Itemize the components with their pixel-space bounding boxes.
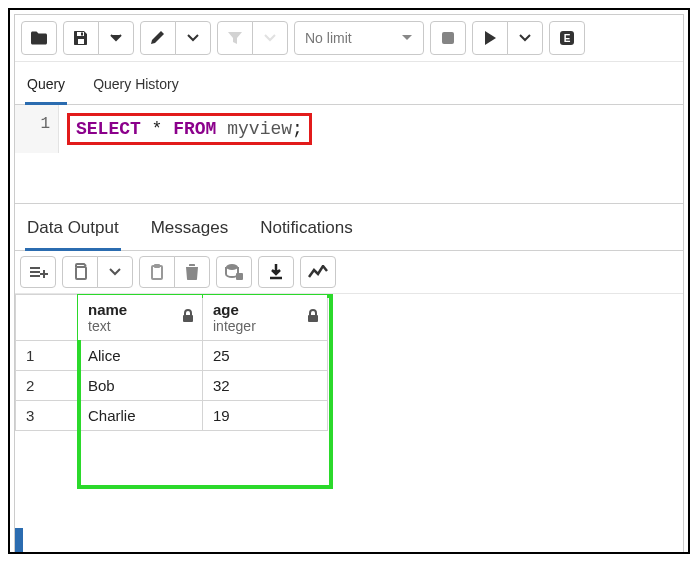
paste-button[interactable]	[139, 256, 175, 288]
svg-rect-6	[154, 264, 160, 268]
tab-messages[interactable]: Messages	[149, 210, 230, 250]
sql-editor[interactable]: 1 SELECT * FROM myview;	[15, 105, 683, 153]
explain-button[interactable]: E	[549, 21, 585, 55]
svg-rect-10	[308, 315, 318, 322]
line-number: 1	[40, 115, 50, 133]
cell-name[interactable]: Charlie	[78, 401, 203, 431]
database-save-icon	[225, 263, 243, 281]
cell-name[interactable]: Alice	[78, 341, 203, 371]
caret-down-icon	[401, 33, 413, 43]
cell-age[interactable]: 32	[203, 371, 328, 401]
column-header-age[interactable]: age integer	[203, 295, 328, 341]
filter-button[interactable]	[217, 21, 253, 55]
table-row[interactable]: 2 Bob 32	[16, 371, 328, 401]
query-highlight-box: SELECT * FROM myview;	[67, 113, 312, 145]
row-number[interactable]: 1	[16, 341, 78, 371]
editor-gutter: 1	[15, 105, 59, 153]
results-grid[interactable]: name text age integer	[15, 294, 328, 431]
svg-rect-0	[81, 33, 83, 36]
table-row[interactable]: 1 Alice 25	[16, 341, 328, 371]
execute-dropdown-button[interactable]	[507, 21, 543, 55]
filter-icon	[227, 30, 243, 46]
tab-notifications[interactable]: Notifications	[258, 210, 355, 250]
main-toolbar: No limit E	[15, 15, 683, 62]
pencil-icon	[149, 29, 167, 47]
accent-bar	[15, 528, 23, 552]
cell-name[interactable]: Bob	[78, 371, 203, 401]
explain-icon: E	[558, 29, 576, 47]
copy-icon	[72, 263, 88, 281]
play-icon	[483, 30, 497, 46]
edit-button[interactable]	[140, 21, 176, 55]
column-header-name[interactable]: name text	[78, 295, 203, 341]
download-button[interactable]	[258, 256, 294, 288]
row-number[interactable]: 2	[16, 371, 78, 401]
svg-text:E: E	[564, 33, 571, 44]
copy-button[interactable]	[62, 256, 98, 288]
chevron-down-icon	[109, 266, 121, 278]
chevron-down-icon	[519, 32, 531, 44]
svg-rect-1	[442, 32, 454, 44]
output-tabs: Data Output Messages Notifications	[15, 203, 683, 251]
copy-dropdown-button[interactable]	[97, 256, 133, 288]
rownum-header[interactable]	[16, 295, 78, 341]
folder-icon	[30, 30, 48, 46]
svg-rect-9	[183, 315, 193, 322]
row-limit-select[interactable]: No limit	[294, 21, 424, 55]
app-frame: No limit E Query Query History 1 SE	[8, 8, 690, 554]
svg-rect-4	[76, 267, 86, 279]
chart-icon	[308, 265, 328, 279]
svg-rect-8	[236, 273, 243, 280]
svg-point-7	[226, 264, 238, 270]
stop-icon	[441, 31, 455, 45]
lock-icon	[307, 309, 319, 323]
delete-button[interactable]	[174, 256, 210, 288]
results-toolbar	[15, 251, 683, 294]
save-data-button[interactable]	[216, 256, 252, 288]
filter-dropdown-button[interactable]	[252, 21, 288, 55]
download-icon	[269, 263, 283, 281]
row-limit-label: No limit	[305, 30, 352, 46]
tab-data-output[interactable]: Data Output	[25, 210, 121, 251]
add-row-button[interactable]	[20, 256, 56, 288]
stop-button[interactable]	[430, 21, 466, 55]
clipboard-icon	[149, 263, 165, 281]
save-button[interactable]	[63, 21, 99, 55]
cell-age[interactable]: 19	[203, 401, 328, 431]
chevron-down-icon	[110, 32, 122, 44]
chart-button[interactable]	[300, 256, 336, 288]
open-file-button[interactable]	[21, 21, 57, 55]
execute-button[interactable]	[472, 21, 508, 55]
row-number[interactable]: 3	[16, 401, 78, 431]
table-row[interactable]: 3 Charlie 19	[16, 401, 328, 431]
query-tabs: Query Query History	[15, 62, 683, 105]
chevron-down-icon	[264, 32, 276, 44]
save-icon	[73, 30, 89, 46]
tab-query-history[interactable]: Query History	[91, 70, 181, 104]
edit-dropdown-button[interactable]	[175, 21, 211, 55]
add-row-icon	[28, 264, 48, 280]
trash-icon	[185, 263, 199, 281]
tab-query[interactable]: Query	[25, 70, 67, 105]
lock-icon	[182, 309, 194, 323]
chevron-down-icon	[187, 32, 199, 44]
results-grid-wrap: name text age integer	[15, 294, 683, 431]
cell-age[interactable]: 25	[203, 341, 328, 371]
save-dropdown-button[interactable]	[98, 21, 134, 55]
code-area[interactable]: SELECT * FROM myview;	[59, 105, 320, 153]
